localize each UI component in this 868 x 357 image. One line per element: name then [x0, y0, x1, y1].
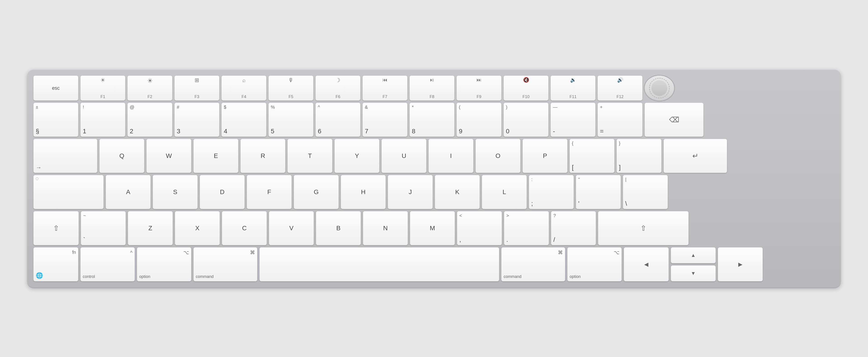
keyboard: esc ☀ F1 ☀ F2 ⊞ F3 ⌕ F4 🎙 F5 ☽ F6 [27, 69, 841, 288]
key-f7[interactable]: ⏮ F7 [363, 76, 407, 101]
key-tilde[interactable]: ~ ` [81, 211, 126, 245]
key-shift-left[interactable]: ⇧ [33, 211, 79, 245]
key-tab[interactable]: → [33, 139, 97, 173]
key-7[interactable]: & 7 [363, 103, 407, 137]
key-control[interactable]: ^ control [81, 248, 135, 281]
key-arrow-up[interactable]: ▲ [671, 248, 716, 263]
key-m[interactable]: M [410, 211, 455, 245]
key-d[interactable]: D [200, 175, 245, 209]
key-f4[interactable]: ⌕ F4 [221, 76, 266, 101]
key-v[interactable]: V [269, 211, 314, 245]
key-9[interactable]: ( 9 [457, 103, 501, 137]
key-f11[interactable]: 🔉 F11 [551, 76, 595, 101]
key-h[interactable]: H [341, 175, 385, 209]
key-l[interactable]: L [482, 175, 527, 209]
key-arrow-down[interactable]: ▼ [671, 265, 716, 281]
key-bracket-left[interactable]: { [ [569, 139, 614, 173]
asdf-row: A S D F G H J K L : ; " ' | \ [33, 175, 835, 209]
key-c[interactable]: C [222, 211, 267, 245]
key-space[interactable] [259, 248, 499, 281]
key-p[interactable]: P [523, 139, 567, 173]
key-semicolon[interactable]: : ; [529, 175, 574, 209]
key-arrow-right[interactable]: ▶ [718, 248, 763, 281]
key-arrow-left[interactable]: ◀ [624, 248, 669, 281]
key-1[interactable]: ! 1 [81, 103, 125, 137]
key-s[interactable]: S [153, 175, 197, 209]
key-i[interactable]: I [429, 139, 473, 173]
key-f8[interactable]: ⏯ F8 [410, 76, 454, 101]
key-command-right[interactable]: ⌘ command [501, 248, 565, 281]
key-f12[interactable]: 🔊 F12 [598, 76, 643, 101]
key-b[interactable]: B [316, 211, 361, 245]
key-f2[interactable]: ☀ F2 [127, 76, 172, 101]
key-backslash[interactable]: | \ [623, 175, 668, 209]
key-minus[interactable]: — - [551, 103, 595, 137]
key-quote[interactable]: " ' [576, 175, 621, 209]
key-o[interactable]: O [475, 139, 520, 173]
key-6[interactable]: ^ 6 [315, 103, 360, 137]
key-caps-lock[interactable] [33, 175, 103, 209]
key-f5[interactable]: 🎙 F5 [269, 76, 313, 101]
key-f[interactable]: F [247, 175, 291, 209]
key-x[interactable]: X [175, 211, 220, 245]
key-section[interactable]: ± § [33, 103, 78, 137]
key-8[interactable]: * 8 [410, 103, 454, 137]
key-esc[interactable]: esc [33, 76, 78, 101]
key-comma[interactable]: < , [457, 211, 502, 245]
key-a[interactable]: A [106, 175, 151, 209]
arrow-updown: ▲ ▼ [671, 248, 716, 281]
key-f6[interactable]: ☽ F6 [315, 76, 360, 101]
key-e[interactable]: E [193, 139, 238, 173]
key-k[interactable]: K [435, 175, 480, 209]
key-touchid[interactable] [645, 76, 674, 101]
key-return[interactable]: ↵ [664, 139, 727, 173]
zxcv-row: ⇧ ~ ` Z X C V B N M < , > . ? / ⇧ [33, 211, 835, 245]
qwerty-row: → Q W E R T Y U I O P { [ } ] ↵ [33, 139, 835, 173]
key-j[interactable]: J [388, 175, 433, 209]
key-w[interactable]: W [147, 139, 191, 173]
key-shift-right[interactable]: ⇧ [598, 211, 688, 245]
key-r[interactable]: R [241, 139, 285, 173]
key-t[interactable]: T [287, 139, 332, 173]
key-2[interactable]: @ 2 [127, 103, 172, 137]
key-f1[interactable]: ☀ F1 [81, 76, 125, 101]
key-option-right[interactable]: ⌥ option [567, 248, 622, 281]
key-u[interactable]: U [381, 139, 426, 173]
key-z[interactable]: Z [128, 211, 173, 245]
key-period[interactable]: > . [504, 211, 549, 245]
key-f9[interactable]: ⏭ F9 [457, 76, 501, 101]
key-f10[interactable]: 🔇 F10 [504, 76, 548, 101]
key-4[interactable]: $ 4 [221, 103, 266, 137]
key-q[interactable]: Q [99, 139, 144, 173]
key-backspace[interactable]: ⌫ [645, 103, 704, 137]
key-option-left[interactable]: ⌥ option [137, 248, 191, 281]
key-0[interactable]: ) 0 [504, 103, 548, 137]
key-command-left[interactable]: ⌘ command [193, 248, 257, 281]
key-bracket-right[interactable]: } ] [617, 139, 661, 173]
number-row: ± § ! 1 @ 2 # 3 $ 4 % 5 ^ 6 & 7 [33, 103, 835, 137]
key-f3[interactable]: ⊞ F3 [175, 76, 219, 101]
key-3[interactable]: # 3 [175, 103, 219, 137]
key-equals[interactable]: + = [598, 103, 643, 137]
fn-row: esc ☀ F1 ☀ F2 ⊞ F3 ⌕ F4 🎙 F5 ☽ F6 [33, 76, 835, 101]
key-y[interactable]: Y [335, 139, 379, 173]
key-n[interactable]: N [363, 211, 408, 245]
modifier-row: fn 🌐 ^ control ⌥ option ⌘ command ⌘ comm… [33, 248, 835, 281]
key-slash[interactable]: ? / [551, 211, 596, 245]
key-5[interactable]: % 5 [269, 103, 313, 137]
key-globe[interactable]: fn 🌐 [33, 248, 78, 281]
key-g[interactable]: G [294, 175, 339, 209]
